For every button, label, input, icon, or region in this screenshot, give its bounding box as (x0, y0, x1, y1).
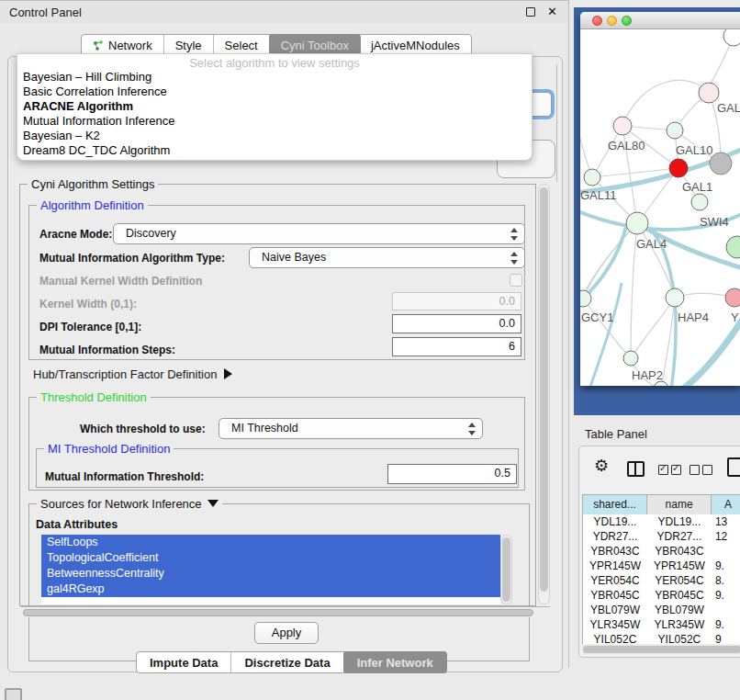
zoom-traffic-light[interactable] (622, 16, 632, 26)
sources-legend[interactable]: Sources for Network Inference (37, 497, 222, 511)
network-node[interactable] (723, 29, 740, 46)
algorithm-option-dream8-dc-tdc-algorithm[interactable]: Dream8 DC_TDC Algorithm (17, 143, 532, 158)
tab-infer-network[interactable]: Infer Network (343, 651, 447, 673)
which-threshold-combo[interactable]: MI Threshold (219, 418, 483, 439)
scrollbar-thumb[interactable] (583, 646, 740, 653)
table-row[interactable]: YDL19...YDL19...13 (583, 514, 740, 529)
network-node-swi4[interactable] (691, 194, 708, 210)
close-traffic-light[interactable] (592, 16, 602, 26)
column-header-a[interactable]: A (712, 495, 740, 514)
tab-network[interactable]: Network (82, 35, 164, 55)
network-nodes: GALGAL80GAL10GAL1GAL11SWI4GAL4GCY1HAP4YH… (580, 29, 740, 386)
network-node[interactable] (710, 152, 732, 175)
dpi-tolerance-input[interactable]: 0.0 (392, 314, 521, 333)
node-label: GCY1 (581, 310, 613, 324)
data-attribute-gal4rgexp[interactable]: gal4RGexp (41, 581, 500, 597)
expander-expanded-icon (207, 500, 219, 507)
data-attributes-label: Data Attributes (36, 518, 118, 531)
mi-steps-input[interactable]: 6 (392, 337, 521, 356)
manual-kernel-label: Manual Kernel Width Definition (39, 275, 202, 288)
algorithm-option-aracne-algorithm[interactable]: ARACNE Algorithm (17, 99, 532, 114)
algorithm-option-mutual-information-inference[interactable]: Mutual Information Inference (17, 114, 532, 129)
table-row[interactable]: YDR27...YDR27...12 (583, 529, 740, 544)
algorithm-dropdown-popup: Select algorithm to view settings Bayesi… (17, 53, 533, 161)
attribute-list-scrollbar[interactable] (500, 535, 512, 604)
checked-boxes-icon[interactable] (658, 465, 681, 475)
float-window-icon[interactable] (526, 7, 535, 17)
control-panel-title: Control Panel (9, 6, 82, 19)
table-panel: ⚙ shared...nameA YDL19...YDL19...13YDR27… (578, 446, 740, 658)
algorithm-option-bayesian-k2[interactable]: Bayesian – K2 (17, 129, 532, 143)
network-node-gal1[interactable] (669, 159, 688, 177)
bottom-tabbar: Impute DataDiscretize DataInfer Network (136, 651, 447, 673)
data-attribute-selfloops[interactable]: SelfLoops (41, 535, 500, 550)
table-row[interactable]: YLR345WYLR345W9. (583, 617, 740, 632)
mi-threshold-input[interactable]: 0.5 (387, 464, 517, 484)
split-columns-icon[interactable] (627, 461, 645, 477)
expander-collapsed-icon (224, 368, 232, 379)
settings-horizontal-scrollbar[interactable] (21, 606, 550, 617)
control-panel-titlebar: Control Panel ✕ (0, 1, 568, 23)
data-attributes-list: SelfLoopsTopologicalCoefficientBetweenne… (41, 535, 500, 604)
table-row[interactable]: YBL079WYBL079W (583, 603, 740, 617)
network-node-hap4[interactable] (666, 288, 684, 307)
tab-impute-data[interactable]: Impute Data (137, 652, 231, 672)
kernel-width-label: Kernel Width (0,1): (39, 298, 137, 310)
scrollbar-thumb[interactable] (502, 537, 510, 602)
table-row[interactable]: YIL052CYIL052C9 (583, 632, 740, 644)
settings-vertical-scrollbar[interactable] (538, 184, 550, 604)
network-canvas[interactable]: GALGAL80GAL10GAL1GAL11SWI4GAL4GCY1HAP4YH… (580, 29, 740, 386)
group-border-fragment (556, 64, 557, 182)
manual-kernel-checkbox[interactable] (510, 274, 522, 287)
mi-type-value: Naive Bayes (262, 251, 326, 264)
document-icon[interactable] (727, 457, 740, 477)
data-attribute-betweennesscentrality[interactable]: BetweennessCentrality (41, 566, 500, 581)
kernel-width-input[interactable]: 0.0 (392, 292, 521, 310)
scrollbar-thumb[interactable] (540, 187, 548, 592)
network-node-hap2[interactable] (623, 351, 638, 366)
threshold-definition-legend: Threshold Definition (37, 390, 151, 404)
table-row[interactable]: YBR043CYBR043C (583, 544, 740, 559)
aracne-mode-combo[interactable]: Discovery (113, 223, 525, 244)
tab-style[interactable]: Style (164, 35, 214, 55)
table-row[interactable]: YER054CYER054C8. (583, 573, 740, 588)
algorithm-dropdown-items: Bayesian – Hill ClimbingBasic Correlatio… (17, 70, 532, 158)
stepper-arrows-icon (510, 228, 519, 241)
mi-steps-value: 6 (509, 340, 515, 353)
gear-icon[interactable]: ⚙ (594, 457, 609, 474)
stepper-arrows-icon (510, 252, 519, 265)
mi-threshold-value: 0.5 (495, 467, 510, 480)
column-header-name[interactable]: name (647, 495, 712, 514)
network-node-y[interactable] (725, 288, 740, 307)
table-horizontal-scrollbar[interactable] (582, 645, 740, 654)
data-attribute-topologicalcoefficient[interactable]: TopologicalCoefficient (41, 550, 500, 566)
apply-button[interactable]: Apply (254, 622, 319, 644)
mini-window-icon[interactable] (5, 688, 22, 700)
mi-steps-label: Mutual Information Steps: (39, 344, 175, 356)
scrollbar-thumb[interactable] (23, 609, 533, 616)
column-header-shared-[interactable]: shared... (583, 495, 647, 514)
algorithm-option-basic-correlation-inference[interactable]: Basic Correlation Inference (17, 85, 532, 99)
network-node-gal4[interactable] (626, 212, 648, 234)
network-node[interactable] (726, 236, 740, 258)
close-icon[interactable]: ✕ (547, 5, 557, 18)
algorithm-option-bayesian-hill-climbing[interactable]: Bayesian – Hill Climbing (17, 70, 532, 85)
node-label: GAL10 (676, 143, 712, 157)
tab-discretize-data[interactable]: Discretize Data (231, 652, 343, 672)
unchecked-boxes-icon[interactable] (690, 465, 712, 475)
table-row[interactable]: YBR045CYBR045C9. (583, 588, 740, 603)
minimize-traffic-light[interactable] (607, 16, 617, 26)
network-node-gal80[interactable] (613, 117, 632, 135)
node-label: SWI4 (700, 215, 729, 229)
hub-definition-label: Hub/Transcription Factor Definition (33, 367, 217, 381)
tab-select[interactable]: Select (214, 35, 270, 55)
network-node-gal[interactable] (699, 83, 719, 103)
table-row[interactable]: YPR145WYPR145W9. (583, 559, 740, 573)
network-window-titlebar[interactable] (580, 12, 740, 29)
tab-jactivemnodules[interactable]: jActiveMNodules (360, 35, 471, 55)
hub-definition-expander[interactable]: Hub/Transcription Factor Definition (33, 367, 232, 381)
screen: Control Panel ✕ NetworkStyleSelectCyni T… (0, 0, 740, 700)
network-node-gal10[interactable] (667, 122, 683, 139)
mi-type-combo[interactable]: Naive Bayes (249, 247, 525, 268)
network-node-gal11[interactable] (584, 169, 600, 186)
